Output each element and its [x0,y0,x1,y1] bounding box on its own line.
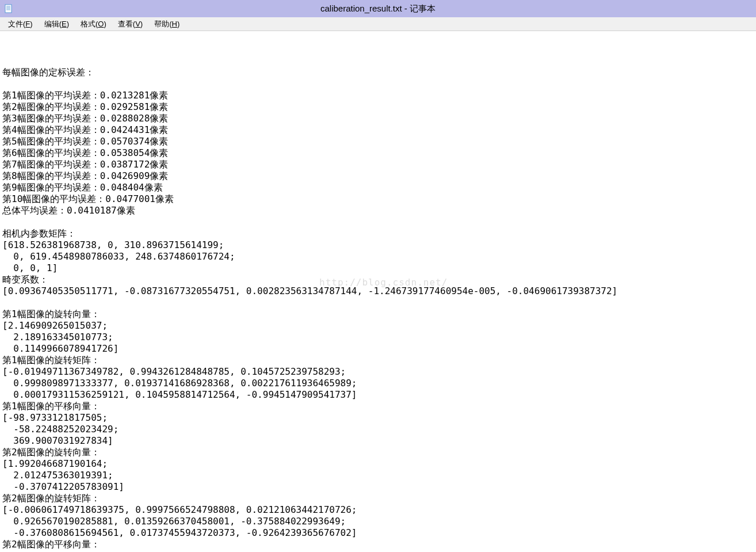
text-area[interactable]: http://blog.csdn.net/ 每幅图像的定标误差： 第1幅图像的平… [0,31,756,552]
menu-format[interactable]: 格式(O) [75,18,112,31]
document-text: 每幅图像的定标误差： 第1幅图像的平均误差：0.0213281像素 第2幅图像的… [2,67,754,552]
menu-edit[interactable]: 编辑(E) [39,18,75,31]
menu-help-label: 帮助(H) [154,20,180,28]
menu-file-label: 文件(F) [8,20,33,28]
menu-view-label: 查看(V) [118,20,143,28]
window-title: caliberation_result.txt - 记事本 [320,3,436,14]
menu-view[interactable]: 查看(V) [112,18,148,31]
menu-file[interactable]: 文件(F) [2,18,39,31]
title-bar: caliberation_result.txt - 记事本 [0,0,756,17]
menu-format-label: 格式(O) [81,20,106,28]
menu-bar: 文件(F) 编辑(E) 格式(O) 查看(V) 帮助(H) [0,17,756,31]
menu-help[interactable]: 帮助(H) [148,18,185,31]
menu-edit-label: 编辑(E) [44,20,69,28]
notepad-icon [3,3,14,14]
